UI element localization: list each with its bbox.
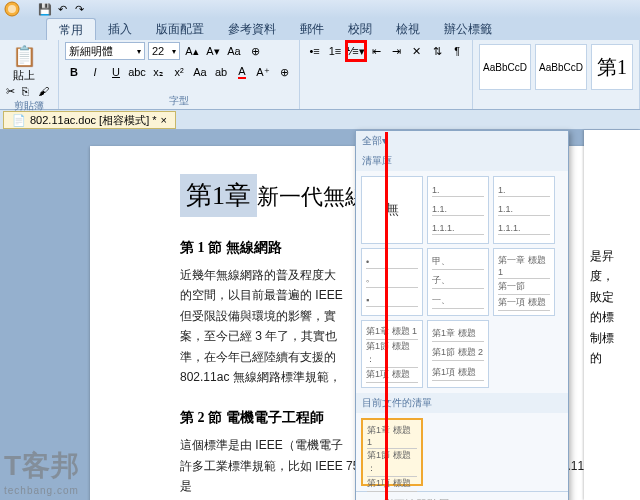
group-styles: AaBbCcD AaBbCcD 第1: [473, 40, 640, 109]
group-paragraph: •≡ 1≡ ⅟≡▾ ⇤ ⇥ ✕ ⇅ ¶: [300, 40, 473, 109]
document-area: 第1章新一代無線網 第 1 節 無線網路 近幾年無線網路的普及程度大 的空間，以…: [0, 130, 640, 500]
grow-font-button[interactable]: A▴: [183, 42, 201, 60]
format-painter-icon[interactable]: 🖌: [38, 85, 52, 99]
tab-office[interactable]: 辦公標籤: [432, 18, 504, 40]
list-preset-current[interactable]: 第1章 標題 1第1節 標題 ：第1項 標題: [361, 418, 423, 486]
undo-icon[interactable]: ↶: [55, 2, 69, 16]
bold-button[interactable]: B: [65, 63, 83, 81]
tab-insert[interactable]: 插入: [96, 18, 144, 40]
paste-button[interactable]: 📋 貼上: [6, 42, 42, 83]
office-button[interactable]: [0, 0, 34, 18]
right-page-peek: 是昇 度， 敗定 的標 制標 的: [584, 130, 640, 500]
save-icon[interactable]: 💾: [38, 2, 52, 16]
tab-references[interactable]: 參考資料: [216, 18, 288, 40]
chevron-down-icon: ▾: [137, 47, 141, 56]
line-spacing-button[interactable]: ⇅: [428, 42, 445, 60]
show-marks-button[interactable]: ¶: [449, 42, 466, 60]
style-item-1[interactable]: AaBbCcD: [479, 44, 531, 90]
redo-icon[interactable]: ↷: [72, 2, 86, 16]
close-tab-icon[interactable]: ×: [161, 114, 167, 126]
multilevel-list-button[interactable]: ⅟≡▾: [347, 42, 365, 60]
tab-review[interactable]: 校閱: [336, 18, 384, 40]
subscript-button[interactable]: x₂: [149, 63, 167, 81]
document-tab-bar: 📄 802.11ac.doc [相容模式] * ×: [0, 110, 640, 130]
increase-indent-button[interactable]: ⇥: [388, 42, 405, 60]
enclose-char-button[interactable]: ⊕: [275, 63, 293, 81]
tab-mailings[interactable]: 郵件: [288, 18, 336, 40]
font-size-combo[interactable]: 22▾: [148, 42, 180, 60]
watermark: T客邦 techbang.com: [4, 447, 80, 496]
shrink-font-button[interactable]: A▾: [204, 42, 222, 60]
strike-button[interactable]: abc: [128, 63, 146, 81]
cut-icon[interactable]: ✂: [6, 85, 20, 99]
svg-point-1: [8, 5, 16, 13]
word-icon: 📄: [12, 114, 26, 127]
list-preset-7[interactable]: 第1章 標題 1第1節 標題 ：第1項 標題: [361, 320, 423, 388]
underline-button[interactable]: U: [107, 63, 125, 81]
superscript-button[interactable]: x²: [170, 63, 188, 81]
paste-icon: 📋: [12, 44, 37, 68]
annotation-arrow-line: [385, 132, 388, 500]
chapter-number: 第1章: [180, 174, 257, 217]
ribbon-tabs: 常用 插入 版面配置 參考資料 郵件 校閱 檢視 辦公標籤: [0, 18, 640, 40]
group-label-font: 字型: [65, 94, 293, 109]
title-bar: 💾 ↶ ↷: [0, 0, 640, 18]
char-scale-button[interactable]: A⁺: [254, 63, 272, 81]
style-item-3[interactable]: 第1: [591, 44, 633, 90]
bullets-button[interactable]: •≡: [306, 42, 323, 60]
phonetic-button[interactable]: ⊕: [246, 42, 264, 60]
list-preset-4[interactable]: •◦▪: [361, 248, 423, 316]
list-preset-6[interactable]: 第一章 標題 1第一節第一項 標題: [493, 248, 555, 316]
italic-button[interactable]: I: [86, 63, 104, 81]
tab-layout[interactable]: 版面配置: [144, 18, 216, 40]
ribbon: 📋 貼上 ✂ ⎘ 🖌 剪貼簿 新細明體▾ 22▾ A▴ A▾ Aa ⊕ B I: [0, 40, 640, 110]
list-preset-8[interactable]: 第1章 標題第1節 標題 2第1項 標題: [427, 320, 489, 388]
highlight-button[interactable]: ab: [212, 63, 230, 81]
chevron-down-icon: ▾: [172, 47, 176, 56]
font-name-combo[interactable]: 新細明體▾: [65, 42, 145, 60]
text-effects-button[interactable]: Aa: [191, 63, 209, 81]
list-preset-none[interactable]: 無: [361, 176, 423, 244]
font-color-button[interactable]: A: [233, 63, 251, 81]
style-item-2[interactable]: AaBbCcD: [535, 44, 587, 90]
copy-icon[interactable]: ⎘: [22, 85, 36, 99]
list-preset-3[interactable]: 1.1.1.1.1.1.: [493, 176, 555, 244]
document-tab[interactable]: 📄 802.11ac.doc [相容模式] * ×: [3, 111, 176, 129]
list-preset-5[interactable]: 甲、子、一、: [427, 248, 489, 316]
tab-view[interactable]: 檢視: [384, 18, 432, 40]
sort-button[interactable]: ✕: [408, 42, 425, 60]
list-preset-2[interactable]: 1.1.1.1.1.1.: [427, 176, 489, 244]
group-font: 新細明體▾ 22▾ A▴ A▾ Aa ⊕ B I U abc x₂ x² Aa …: [59, 40, 300, 109]
group-clipboard: 📋 貼上 ✂ ⎘ 🖌 剪貼簿: [0, 40, 59, 109]
document-filename: 802.11ac.doc [相容模式] *: [30, 113, 157, 128]
decrease-indent-button[interactable]: ⇤: [368, 42, 385, 60]
clear-format-button[interactable]: Aa: [225, 42, 243, 60]
tab-home[interactable]: 常用: [46, 18, 96, 40]
quick-access-toolbar: 💾 ↶ ↷: [34, 2, 86, 16]
numbering-button[interactable]: 1≡: [326, 42, 343, 60]
paste-label: 貼上: [13, 68, 35, 83]
